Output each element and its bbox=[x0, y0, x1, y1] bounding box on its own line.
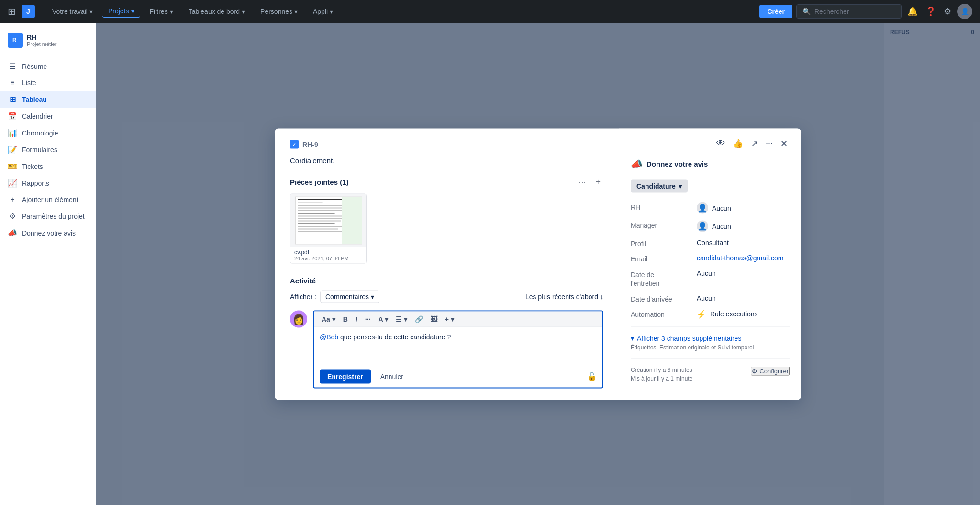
chevron-down-icon: ▾ bbox=[631, 334, 634, 342]
toolbar-image-btn[interactable]: 🖼 bbox=[428, 314, 440, 324]
cancel-button[interactable]: Annuler bbox=[375, 369, 409, 383]
sidebar-item-tableau[interactable]: ⊞ Tableau bbox=[0, 91, 96, 108]
attachment-name: cv.pdf bbox=[294, 248, 362, 255]
comment-row: 👩 Aa ▾ B I ··· A ▾ ☰ ▾ 🔗 🖼 + ▾ bbox=[290, 310, 603, 388]
nav-votre-travail[interactable]: Votre travail ▾ bbox=[46, 6, 99, 17]
comment-user-avatar: 👩 bbox=[290, 310, 307, 327]
sidebar-item-calendrier[interactable]: 📅 Calendrier bbox=[0, 108, 96, 124]
sidebar: R RH Projet métier ☰ Résumé ≡ Liste ⊞ Ta… bbox=[0, 23, 96, 505]
create-button[interactable]: Créer bbox=[759, 5, 792, 18]
date-entretien-label: Date del'entretien bbox=[631, 269, 693, 287]
more-button[interactable]: ··· bbox=[764, 136, 775, 150]
manager-value: 👤 Aucun bbox=[697, 220, 790, 232]
mention-tag: @Bob bbox=[320, 333, 338, 340]
configure-icon: ⚙ bbox=[752, 367, 757, 374]
show-more-button[interactable]: ▾ Afficher 3 champs supplémentaires bbox=[631, 334, 790, 342]
toolbar-bold-btn[interactable]: B bbox=[340, 314, 351, 324]
nav-personnes[interactable]: Personnes ▾ bbox=[255, 6, 303, 17]
email-value[interactable]: candidat-thomas@gmail.com bbox=[697, 254, 790, 261]
sidebar-item-add[interactable]: + Ajouter un élément bbox=[0, 191, 96, 208]
sidebar-label-tableau: Tableau bbox=[22, 96, 47, 103]
issue-id-row: ✓ RH-9 bbox=[290, 140, 603, 148]
toolbar-color-btn[interactable]: A ▾ bbox=[375, 314, 390, 324]
filter-dropdown[interactable]: Commentaires ▾ bbox=[320, 290, 379, 303]
comment-editor[interactable]: Aa ▾ B I ··· A ▾ ☰ ▾ 🔗 🖼 + ▾ @Bob que pe… bbox=[313, 310, 603, 388]
activity-title: Activité bbox=[290, 276, 603, 284]
modal-right-panel: 👁 👍 ↗ ··· ✕ 📣 Donnez votre avis Candidat… bbox=[619, 128, 801, 400]
status-dropdown[interactable]: Candidature ▾ bbox=[631, 179, 688, 192]
sort-button[interactable]: Les plus récents d'abord ↓ bbox=[525, 292, 603, 300]
attachments-more-button[interactable]: ··· bbox=[576, 176, 589, 188]
help-icon[interactable]: ❓ bbox=[924, 4, 938, 19]
avatar-image: 👩 bbox=[293, 313, 305, 325]
toolbar-link-btn[interactable]: 🔗 bbox=[412, 314, 426, 324]
sidebar-item-settings[interactable]: ⚙ Paramètres du projet bbox=[0, 208, 96, 224]
project-header: R RH Projet métier bbox=[0, 29, 96, 56]
sidebar-item-resume[interactable]: ☰ Résumé bbox=[0, 58, 96, 75]
feedback-title: Donnez votre avis bbox=[646, 160, 708, 168]
date-arrivee-value: Aucun bbox=[697, 294, 790, 302]
sidebar-label-calendrier: Calendrier bbox=[22, 112, 53, 120]
notifications-icon[interactable]: 🔔 bbox=[905, 4, 920, 19]
sidebar-item-chronologie[interactable]: 📊 Chronologie bbox=[0, 124, 96, 141]
nav-projets[interactable]: Projets ▾ bbox=[102, 5, 140, 18]
comment-text-rest: que penses-tu de cette candidature ? bbox=[338, 333, 451, 340]
search-bar[interactable]: 🔍 Rechercher bbox=[796, 4, 902, 19]
nav-tableaux[interactable]: Tableaux de bord ▾ bbox=[183, 6, 251, 17]
editor-action-buttons: Enregistrer Annuler bbox=[320, 369, 409, 383]
rh-value: 👤 Aucun bbox=[697, 202, 790, 213]
modal-action-buttons: 👁 👍 ↗ ··· ✕ bbox=[631, 136, 790, 150]
attachments-add-button[interactable]: + bbox=[592, 176, 603, 188]
sidebar-label-feedback: Donnez votre avis bbox=[22, 229, 76, 237]
share-button[interactable]: ↗ bbox=[749, 136, 760, 150]
grid-icon[interactable]: ⊞ bbox=[8, 6, 16, 17]
show-more-subtitle: Étiquettes, Estimation originale et Suiv… bbox=[631, 344, 790, 350]
editor-footer: Enregistrer Annuler 🔓 bbox=[314, 365, 602, 387]
field-email: Email candidat-thomas@gmail.com bbox=[631, 254, 790, 262]
attachments-actions: ··· + bbox=[576, 176, 603, 188]
divider-1 bbox=[631, 326, 790, 326]
issue-body: Cordialement, bbox=[290, 156, 603, 164]
svg-text:R: R bbox=[12, 37, 17, 44]
sidebar-item-tickets[interactable]: 🎫 Tickets bbox=[0, 158, 96, 175]
add-icon: + bbox=[8, 195, 17, 204]
close-button[interactable]: ✕ bbox=[779, 136, 790, 150]
jira-logo: J bbox=[22, 5, 35, 18]
field-rh: RH 👤 Aucun bbox=[631, 202, 790, 213]
svg-text:✓: ✓ bbox=[292, 142, 296, 146]
creation-info-row: Création il y a 6 minutes Mis à jour il … bbox=[631, 366, 790, 383]
toolbar-insert-btn[interactable]: + ▾ bbox=[442, 314, 457, 324]
liste-icon: ≡ bbox=[8, 79, 17, 87]
sidebar-item-liste[interactable]: ≡ Liste bbox=[0, 75, 96, 91]
toolbar-italic-btn[interactable]: I bbox=[353, 314, 360, 324]
toolbar-more-btn[interactable]: ··· bbox=[362, 314, 374, 324]
attachment-card[interactable]: cv.pdf 24 avr. 2021, 07:34 PM bbox=[290, 193, 367, 263]
project-name: RH bbox=[27, 34, 56, 41]
project-type: Projet métier bbox=[27, 41, 56, 47]
watch-button[interactable]: 👁 bbox=[714, 136, 727, 150]
automation-value: ⚡ Rule executions bbox=[697, 309, 790, 318]
nav-filtres[interactable]: Filtres ▾ bbox=[144, 6, 179, 17]
sidebar-item-feedback[interactable]: 📣 Donnez votre avis bbox=[0, 224, 96, 241]
sidebar-label-resume: Résumé bbox=[22, 63, 47, 70]
attachments-header: Pièces jointes (1) ··· + bbox=[290, 176, 603, 188]
manager-user-icon: 👤 bbox=[697, 220, 708, 232]
toolbar-text-btn[interactable]: Aa ▾ bbox=[319, 314, 338, 324]
configure-button[interactable]: ⚙ Configurer bbox=[751, 366, 790, 375]
toolbar-list-btn[interactable]: ☰ ▾ bbox=[393, 314, 410, 324]
sidebar-item-rapports[interactable]: 📈 Rapports bbox=[0, 175, 96, 191]
filter-label: Commentaires bbox=[325, 292, 369, 300]
sidebar-item-formulaires[interactable]: 📝 Formulaires bbox=[0, 141, 96, 158]
filter-chevron-icon: ▾ bbox=[371, 292, 374, 300]
settings-icon[interactable]: ⚙ bbox=[942, 4, 953, 19]
user-avatar[interactable]: 👤 bbox=[957, 4, 972, 19]
editor-body[interactable]: @Bob que penses-tu de cette candidature … bbox=[314, 327, 602, 365]
afficher-row: Afficher : Commentaires ▾ Les plus récen… bbox=[290, 290, 603, 303]
sidebar-label-rapports: Rapports bbox=[22, 180, 49, 187]
search-icon: 🔍 bbox=[802, 8, 811, 15]
tickets-icon: 🎫 bbox=[8, 162, 17, 171]
thumbsup-button[interactable]: 👍 bbox=[731, 136, 745, 150]
save-button[interactable]: Enregistrer bbox=[320, 369, 371, 383]
lock-icon: 🔓 bbox=[587, 372, 597, 381]
nav-appli[interactable]: Appli ▾ bbox=[307, 6, 339, 17]
